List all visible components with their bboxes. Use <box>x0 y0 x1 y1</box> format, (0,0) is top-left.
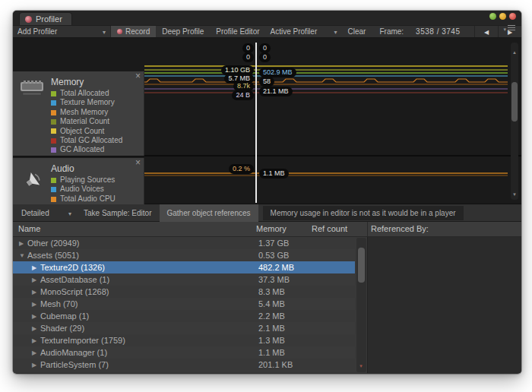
scroll-down-icon[interactable] <box>359 357 363 371</box>
scroll-up-icon[interactable] <box>512 43 517 57</box>
row-memory: 1.3 MB <box>258 336 285 345</box>
table-row[interactable]: ▶MonoScript (1268)8.3 MB <box>13 286 355 298</box>
tab-bar: Profiler <box>13 11 521 25</box>
legend-swatch <box>51 119 56 125</box>
window-button-red[interactable] <box>509 13 516 20</box>
table-row[interactable]: ▶AssetDatabase (1)37.3 MB <box>13 273 355 286</box>
table-row[interactable]: ▶Mesh (70)5.4 MB <box>13 298 355 310</box>
legend-label: Mesh Memory <box>60 108 108 117</box>
legend-item[interactable]: GC Allocated <box>51 145 144 154</box>
profile-editor-button[interactable]: Profile Editor <box>210 26 265 37</box>
table-row[interactable]: ▶ParticleSystem (7)201.1 KB <box>13 359 355 371</box>
add-profiler-dropdown[interactable]: Add Profiler <box>13 26 110 37</box>
detail-view-label: Detailed <box>21 209 49 217</box>
audio-chart-panel: Audio Playing SourcesAudio VoicesTotal A… <box>13 158 144 204</box>
window-button-yellow[interactable] <box>499 13 506 20</box>
close-icon[interactable] <box>135 71 141 81</box>
audio-legend: Playing SourcesAudio VoicesTotal Audio C… <box>51 175 144 204</box>
frame-cursor[interactable] <box>255 43 257 203</box>
legend-label: GC Allocated <box>60 145 104 154</box>
previous-frame-button[interactable] <box>474 26 498 37</box>
scrollbar-thumb[interactable] <box>511 82 518 122</box>
column-header-ref-count[interactable]: Ref count <box>312 224 347 233</box>
row-name: MonoScript (1268) <box>40 287 109 296</box>
detail-view-dropdown[interactable]: Detailed <box>17 204 76 221</box>
column-header-memory[interactable]: Memory <box>256 224 287 233</box>
legend-item[interactable]: Playing Sources <box>51 175 144 185</box>
memory-tree-pane: ▶Other (20949)1.37 GB▼Assets (5051)0.53 … <box>13 237 367 373</box>
profiler-icon <box>25 16 32 23</box>
memory-chart-panel: Memory Total AllocatedTexture MemoryMesh… <box>13 71 144 156</box>
legend-item[interactable]: Mesh Memory <box>51 108 144 117</box>
referenced-by-pane <box>367 237 521 373</box>
table-row[interactable]: ▶AudioManager (1)1.1 MB <box>13 346 355 359</box>
active-profiler-label: Active Profiler <box>271 27 318 36</box>
foldout-closed-icon[interactable]: ▶ <box>32 277 40 283</box>
table-body: ▶Other (20949)1.37 GB▼Assets (5051)0.53 … <box>13 237 521 373</box>
row-name: Assets (5051) <box>27 251 79 260</box>
legend-label: Material Count <box>60 117 109 126</box>
legend-item[interactable]: Total Audio CPU <box>51 194 144 204</box>
legend-item[interactable]: Total Allocated <box>51 89 144 98</box>
scrollbar-thumb[interactable] <box>358 248 365 283</box>
table-row[interactable]: ▶Texture2D (1326)482.2 MB <box>13 261 355 273</box>
legend-item[interactable]: Material Count <box>51 117 144 126</box>
legend-item[interactable]: Total GC Allocated <box>51 136 144 145</box>
legend-swatch <box>51 91 56 96</box>
row-memory: 8.3 MB <box>258 287 285 296</box>
foldout-closed-icon[interactable]: ▶ <box>32 289 40 296</box>
foldout-open-icon[interactable]: ▼ <box>19 252 27 259</box>
foldout-closed-icon[interactable]: ▶ <box>32 313 40 320</box>
row-memory: 2.2 MB <box>258 311 285 321</box>
charts-scrollbar[interactable] <box>511 43 518 200</box>
active-profiler-dropdown[interactable]: Active Profiler <box>266 26 342 37</box>
close-icon[interactable] <box>135 158 141 167</box>
table-row[interactable]: ▼Assets (5051)0.53 GB <box>13 249 355 261</box>
window-button-green[interactable] <box>489 13 496 20</box>
clear-button[interactable]: Clear <box>342 26 372 37</box>
legend-item[interactable]: Texture Memory <box>51 98 144 107</box>
foldout-closed-icon[interactable]: ▶ <box>32 301 40 308</box>
legend-item[interactable]: Object Count <box>51 127 144 136</box>
cursor-value-pill: 58 <box>259 77 274 87</box>
chevron-down-icon <box>334 27 337 36</box>
gather-object-references-toggle[interactable]: Gather object references <box>160 204 258 222</box>
audio-speaker-icon <box>22 169 45 191</box>
foldout-closed-icon[interactable]: ▶ <box>32 264 40 271</box>
table-row[interactable]: ▶Shader (29)2.1 MB <box>13 322 355 334</box>
row-name: ParticleSystem (7) <box>40 360 109 369</box>
chart-lines <box>144 38 508 204</box>
table-row[interactable]: ▶Other (20949)1.37 GB <box>13 237 355 249</box>
row-name: Texture2D (1326) <box>40 263 105 272</box>
row-name: Shader (29) <box>40 324 84 333</box>
legend-swatch <box>51 138 56 144</box>
record-button[interactable]: Record <box>111 26 156 37</box>
foldout-closed-icon[interactable]: ▶ <box>19 240 27 247</box>
scroll-down-icon[interactable] <box>512 185 517 199</box>
chevron-down-icon <box>68 209 71 217</box>
column-header-name[interactable]: Name <box>18 224 40 233</box>
take-sample-button[interactable]: Take Sample: Editor <box>76 204 160 221</box>
editor-memory-notice: Memory usage in editor is not as it woul… <box>263 206 464 220</box>
legend-swatch <box>51 187 56 192</box>
table-scrollbar[interactable] <box>356 238 366 372</box>
table-row[interactable]: ▶TextureImporter (1759)1.3 MB <box>13 334 355 346</box>
legend-label: Total Allocated <box>60 89 109 98</box>
frame-indicator: Frame: 3538 / 3745 <box>379 27 460 36</box>
foldout-closed-icon[interactable]: ▶ <box>32 325 40 332</box>
foldout-closed-icon[interactable]: ▶ <box>32 337 40 344</box>
foldout-closed-icon[interactable]: ▶ <box>32 349 40 356</box>
tab-profiler[interactable]: Profiler <box>19 12 72 25</box>
cursor-value-pill: 1.1 MB <box>259 169 289 179</box>
legend-swatch <box>51 147 56 153</box>
deep-profile-button[interactable]: Deep Profile <box>156 26 210 37</box>
frame-value: 3538 / 3745 <box>416 27 460 36</box>
table-row[interactable]: ▶Cubemap (1)2.2 MB <box>13 310 355 322</box>
legend-item[interactable]: Audio Voices <box>51 185 144 194</box>
pane-menu[interactable] <box>503 21 515 34</box>
legend-label: Playing Sources <box>60 175 115 185</box>
cursor-value-pill: 0 <box>242 52 254 62</box>
charts-area[interactable]: 001.10 GB5.7 MB8.7k24 B00502.9 MB5821.1 … <box>13 38 521 204</box>
foldout-closed-icon[interactable]: ▶ <box>32 362 40 368</box>
cursor-value-pill: 0 <box>259 52 271 62</box>
